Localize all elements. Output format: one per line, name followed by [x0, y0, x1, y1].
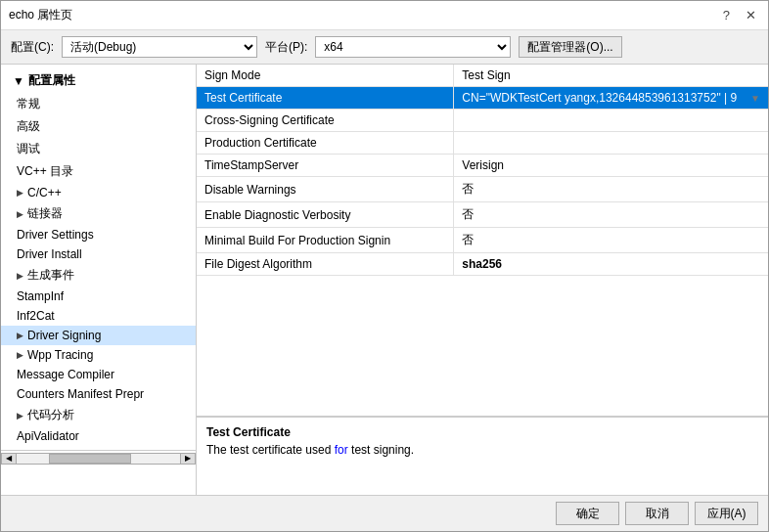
sidebar-item-label: 链接器	[27, 205, 63, 222]
desc-text-before: The test certificate used	[206, 443, 335, 457]
sidebar-item-stampinf[interactable]: StampInf	[1, 287, 196, 306]
expand-icon: ▶	[17, 331, 23, 340]
sidebar-item-wpp-tracing[interactable]: ▶ Wpp Tracing	[1, 345, 196, 365]
expand-icon: ▶	[17, 411, 23, 421]
sidebar-item-counters-manifest[interactable]: Counters Manifest Prepr	[1, 384, 196, 404]
table-row[interactable]: Test Certificate CN="WDKTestCert yangx,1…	[197, 87, 768, 110]
sidebar-item-label: Counters Manifest Prepr	[17, 387, 144, 401]
prop-value: 否	[454, 202, 768, 227]
title-bar: echo 属性页 ? ✕	[1, 1, 768, 30]
properties-window: echo 属性页 ? ✕ 配置(C): 活动(Debug) 平台(P): x64…	[0, 0, 769, 532]
scroll-left-btn[interactable]: ◀	[1, 453, 17, 465]
prop-value: sha256	[454, 253, 768, 275]
sidebar-root-arrow: ▼	[13, 74, 24, 88]
title-bar-controls: ? ✕	[719, 8, 760, 22]
sidebar-item-label: Message Compiler	[17, 368, 114, 381]
sidebar-item-cpp[interactable]: ▶ C/C++	[1, 183, 196, 202]
table-row[interactable]: TimeStampServer Verisign	[197, 155, 768, 177]
sidebar-item-label: Inf2Cat	[17, 309, 55, 323]
properties-grid: Sign Mode Test Sign Test Certificate CN=…	[197, 65, 768, 276]
sidebar-item-label: 生成事件	[27, 267, 74, 284]
sidebar-item-debug[interactable]: 调试	[1, 138, 196, 160]
sidebar-root-label: 配置属性	[28, 72, 75, 89]
table-row[interactable]: Enable Diagnostic Verbosity 否	[197, 202, 768, 228]
sidebar-item-message-compiler[interactable]: Message Compiler	[1, 365, 196, 384]
window-title: echo 属性页	[9, 7, 72, 23]
prop-value	[454, 110, 768, 117]
close-button[interactable]: ✕	[742, 8, 760, 22]
sidebar-item-label: VC++ 目录	[17, 163, 73, 180]
table-row[interactable]: Cross-Signing Certificate	[197, 110, 768, 132]
sidebar-item-label: 代码分析	[27, 407, 74, 423]
table-row[interactable]: File Digest Algorithm sha256	[197, 253, 768, 276]
sidebar-item-advanced[interactable]: 高级	[1, 115, 196, 138]
sidebar-item-linker[interactable]: ▶ 链接器	[1, 202, 196, 225]
sidebar-item-api-validator[interactable]: ApiValidator	[1, 426, 196, 446]
desc-highlight: for	[335, 443, 348, 457]
desc-text: The test certificate used for test signi…	[206, 443, 758, 457]
sidebar-item-label: Driver Settings	[17, 228, 94, 242]
description-area: Test Certificate The test certificate us…	[197, 417, 768, 495]
apply-button[interactable]: 应用(A)	[695, 502, 758, 525]
sidebar-item-vcpp-dirs[interactable]: VC++ 目录	[1, 160, 196, 183]
prop-name: Disable Warnings	[197, 177, 454, 202]
sidebar-item-label: 常规	[17, 96, 40, 112]
prop-value: CN="WDKTestCert yangx,132644853961313752…	[454, 87, 768, 109]
sidebar-item-driver-signing[interactable]: ▶ Driver Signing	[1, 326, 196, 345]
config-label: 配置(C):	[11, 39, 54, 56]
sidebar-item-code-analysis[interactable]: ▶ 代码分析	[1, 404, 196, 426]
desc-title: Test Certificate	[206, 425, 758, 439]
sidebar-item-label: ApiValidator	[17, 429, 79, 443]
table-row[interactable]: Disable Warnings 否	[197, 177, 768, 202]
sidebar-root: ▼ 配置属性	[1, 68, 196, 93]
expand-icon: ▶	[17, 350, 23, 360]
help-button[interactable]: ?	[719, 8, 734, 22]
sidebar-item-label: 高级	[17, 118, 40, 135]
sidebar-item-label: Driver Signing	[27, 329, 101, 342]
sidebar-item-label: C/C++	[27, 186, 62, 200]
sidebar-item-label: StampInf	[17, 289, 64, 303]
platform-select[interactable]: x64	[315, 36, 511, 58]
scroll-right-btn[interactable]: ▶	[180, 453, 196, 465]
sidebar-item-label: Driver Install	[17, 247, 82, 261]
platform-label: 平台(P):	[265, 39, 307, 56]
dropdown-arrow-icon[interactable]: ▼	[750, 93, 760, 104]
expand-icon: ▶	[17, 271, 23, 281]
sidebar-item-general[interactable]: 常规	[1, 93, 196, 115]
cancel-button[interactable]: 取消	[625, 502, 689, 525]
expand-icon: ▶	[17, 188, 23, 198]
prop-value	[454, 132, 768, 140]
footer: 确定 取消 应用(A)	[1, 495, 768, 531]
table-row[interactable]: Production Certificate	[197, 132, 768, 155]
prop-name: Enable Diagnostic Verbosity	[197, 202, 454, 228]
prop-name: Cross-Signing Certificate	[197, 110, 454, 132]
prop-value: Test Sign	[454, 65, 768, 86]
expand-icon: ▶	[17, 209, 23, 219]
properties-table: Sign Mode Test Sign Test Certificate CN=…	[197, 65, 768, 417]
sidebar-item-driver-settings[interactable]: Driver Settings	[1, 225, 196, 244]
toolbar: 配置(C): 活动(Debug) 平台(P): x64 配置管理器(O)...	[1, 30, 768, 65]
prop-name: Sign Mode	[197, 65, 454, 87]
prop-value: 否	[454, 177, 768, 201]
prop-name: Minimal Build For Production Signin	[197, 228, 454, 253]
prop-name: Production Certificate	[197, 132, 454, 155]
prop-value: 否	[454, 228, 768, 252]
sidebar-item-label: 调试	[17, 141, 40, 157]
ok-button[interactable]: 确定	[556, 502, 619, 525]
prop-name: Test Certificate	[197, 87, 454, 110]
prop-value: Verisign	[454, 155, 768, 176]
table-row[interactable]: Minimal Build For Production Signin 否	[197, 228, 768, 253]
table-row[interactable]: Sign Mode Test Sign	[197, 65, 768, 87]
config-select[interactable]: 活动(Debug)	[62, 36, 257, 58]
sidebar: ▼ 配置属性 常规 高级 调试 VC++ 目录 ▶ C/C++ ▶ 链接器	[1, 65, 197, 495]
prop-name: File Digest Algorithm	[197, 253, 454, 276]
sidebar-item-inf2cat[interactable]: Inf2Cat	[1, 306, 196, 326]
scroll-track	[17, 453, 180, 465]
config-mgr-button[interactable]: 配置管理器(O)...	[519, 36, 621, 58]
sidebar-item-build-events[interactable]: ▶ 生成事件	[1, 264, 196, 287]
content-area: Sign Mode Test Sign Test Certificate CN=…	[197, 65, 768, 495]
scroll-thumb[interactable]	[49, 454, 131, 464]
main-area: ▼ 配置属性 常规 高级 调试 VC++ 目录 ▶ C/C++ ▶ 链接器	[1, 65, 768, 495]
prop-name: TimeStampServer	[197, 155, 454, 177]
sidebar-item-driver-install[interactable]: Driver Install	[1, 244, 196, 264]
